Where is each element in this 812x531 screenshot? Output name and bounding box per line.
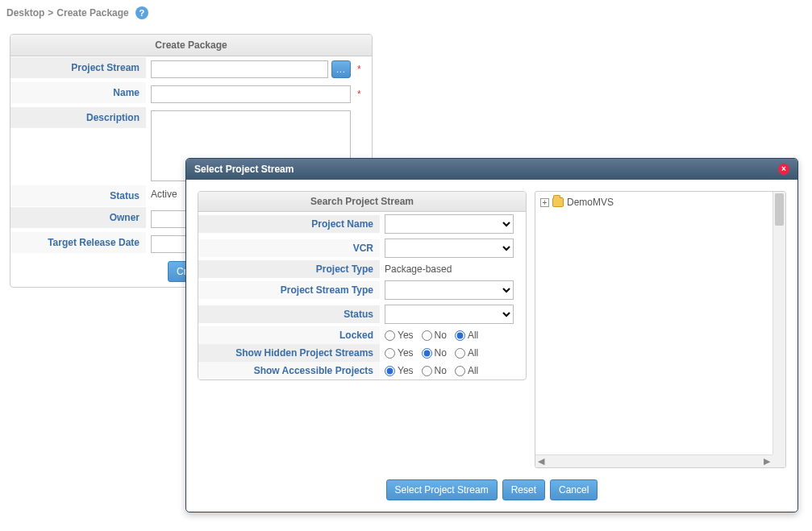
label-target-release-date: Target Release Date: [10, 232, 146, 253]
required-indicator: *: [357, 89, 361, 100]
project-name-select[interactable]: [385, 214, 514, 234]
close-icon[interactable]: ×: [778, 164, 789, 175]
label-status: Status: [10, 185, 146, 206]
tree-node[interactable]: + DemoMVS: [539, 195, 769, 209]
project-tree-panel: + DemoMVS ◀ ▶: [535, 191, 786, 294]
dialog-titlebar[interactable]: Select Project Stream ×: [186, 159, 797, 180]
breadcrumb-root-link[interactable]: Desktop: [6, 7, 44, 19]
expand-icon[interactable]: +: [540, 198, 549, 207]
vcr-select[interactable]: [385, 239, 514, 258]
breadcrumb: Desktop > Create Package ?: [6, 6, 806, 19]
status-value: Active: [151, 189, 177, 200]
help-icon[interactable]: ?: [135, 6, 148, 19]
folder-icon: [552, 197, 564, 207]
project-type-value: Package-based: [385, 263, 452, 275]
label-search-project-name: Project Name: [198, 215, 380, 233]
project-stream-type-select[interactable]: [385, 280, 514, 294]
tree-node-label: DemoMVS: [567, 197, 614, 208]
label-owner: Owner: [10, 207, 146, 228]
search-panel-title: Search Project Stream: [198, 192, 526, 212]
required-indicator: *: [357, 64, 361, 75]
label-search-project-stream-type: Project Stream Type: [198, 281, 380, 294]
panel-title: Create Package: [10, 35, 372, 56]
breadcrumb-current: Create Package: [56, 7, 128, 19]
project-stream-lookup-button[interactable]: ...: [331, 60, 351, 78]
project-stream-input[interactable]: [151, 60, 328, 78]
label-description: Description: [10, 107, 146, 128]
breadcrumb-sep: >: [48, 7, 53, 19]
label-search-vcr: VCR: [198, 239, 380, 257]
label-project-stream: Project Stream: [10, 57, 146, 78]
vertical-scrollbar[interactable]: [772, 192, 785, 294]
select-project-stream-dialog: Select Project Stream × Search Project S…: [185, 158, 798, 294]
name-input[interactable]: [151, 85, 351, 103]
label-name: Name: [10, 82, 146, 103]
label-search-project-type: Project Type: [198, 260, 380, 278]
scrollbar-thumb[interactable]: [775, 193, 784, 226]
dialog-title-text: Select Project Stream: [194, 164, 294, 175]
